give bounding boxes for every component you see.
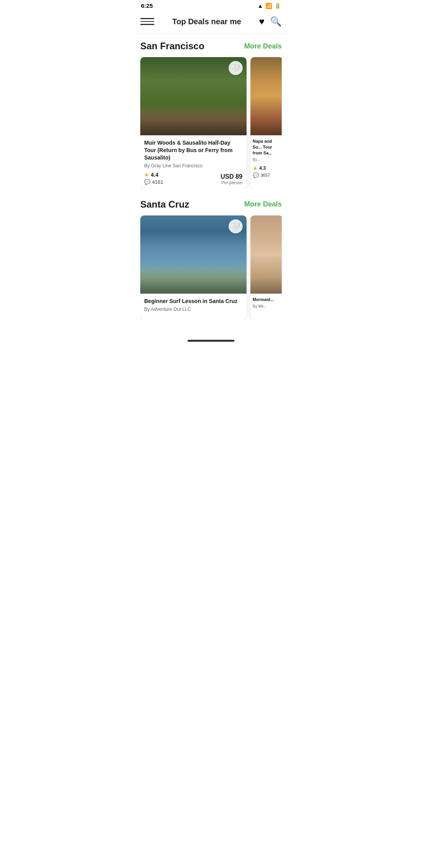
san-francisco-section: San Francisco More Deals 🤍 Muir Woods & … <box>135 34 287 192</box>
mermaid-image <box>250 215 282 294</box>
santa-cruz-section: Santa Cruz More Deals 🤍 Beginner Surf Le… <box>135 192 287 322</box>
napa-review-count: 3657 <box>261 173 270 178</box>
status-bar: 6:25 ▲ 📶 🔋 <box>135 0 287 11</box>
battery-icon: 🔋 <box>274 3 281 9</box>
muir-woods-card[interactable]: 🤍 Muir Woods & Sausalito Half-Day Tour (… <box>140 57 247 189</box>
san-francisco-title: San Francisco <box>140 41 204 52</box>
napa-footer: ★ 4.3 💬 3657 <box>253 165 281 178</box>
mermaid-title: Mermaid... <box>253 297 281 303</box>
wifi-icon: 📶 <box>265 3 272 9</box>
napa-rating-value: 4.3 <box>259 165 266 171</box>
star-icon: ★ <box>144 172 149 178</box>
muir-woods-rating-value: 4.4 <box>151 172 158 178</box>
santa-cruz-cards: 🤍 Beginner Surf Lesson in Santa Cruz By … <box>140 215 282 319</box>
surf-lesson-body: Beginner Surf Lesson in Santa Cruz By Ad… <box>140 294 247 319</box>
favorite-button[interactable]: ♥ <box>259 16 265 27</box>
muir-woods-body: Muir Woods & Sausalito Half-Day Tour (Re… <box>140 135 247 189</box>
mermaid-card[interactable]: Mermaid... By Me... <box>250 215 282 319</box>
toolbar-actions: ♥ 🔍 <box>259 16 282 27</box>
surf-lesson-title: Beginner Surf Lesson in Santa Cruz <box>144 298 243 305</box>
status-time: 6:25 <box>141 2 153 9</box>
muir-woods-price-value: USD 89 <box>220 173 242 180</box>
san-francisco-more-deals[interactable]: More Deals <box>244 42 282 50</box>
muir-woods-price-sub: Per person <box>220 180 242 185</box>
napa-star-icon: ★ <box>253 165 258 171</box>
surf-lesson-card[interactable]: 🤍 Beginner Surf Lesson in Santa Cruz By … <box>140 215 247 319</box>
chat-icon: 💬 <box>144 179 150 185</box>
san-francisco-cards: 🤍 Muir Woods & Sausalito Half-Day Tour (… <box>140 57 282 189</box>
mermaid-provider: By Me... <box>253 304 281 308</box>
mermaid-body: Mermaid... By Me... <box>250 294 282 315</box>
nav-bottom <box>135 338 287 346</box>
page-title: Top Deals near me <box>172 17 241 26</box>
santa-cruz-header: Santa Cruz More Deals <box>140 199 282 210</box>
napa-body: Napa and So... Tour from Sa... By... ★ 4… <box>250 135 282 181</box>
santa-cruz-title: Santa Cruz <box>140 199 189 210</box>
search-button[interactable]: 🔍 <box>270 16 282 27</box>
napa-provider: By... <box>253 158 281 162</box>
muir-woods-rating: ★ 4.4 💬 4161 <box>144 172 163 185</box>
napa-chat-icon: 💬 <box>253 172 259 178</box>
toolbar: Top Deals near me ♥ 🔍 <box>135 11 287 34</box>
muir-woods-favorite-button[interactable]: 🤍 <box>229 61 243 75</box>
surf-lesson-favorite-button[interactable]: 🤍 <box>229 219 243 233</box>
muir-woods-price: USD 89 Per person <box>220 173 242 185</box>
napa-title: Napa and So... Tour from Sa... <box>253 138 281 156</box>
muir-woods-provider: By Gray Line San Francisco <box>144 163 243 169</box>
napa-card[interactable]: Napa and So... Tour from Sa... By... ★ 4… <box>250 57 282 189</box>
signal-icon: ▲ <box>257 3 263 9</box>
napa-rating: ★ 4.3 💬 3657 <box>253 165 270 178</box>
nav-pill <box>188 340 234 342</box>
status-icons: ▲ 📶 🔋 <box>257 3 281 9</box>
santa-cruz-more-deals[interactable]: More Deals <box>244 200 282 208</box>
san-francisco-header: San Francisco More Deals <box>140 41 282 52</box>
menu-button[interactable] <box>140 14 154 29</box>
muir-woods-footer: ★ 4.4 💬 4161 USD 89 Per person <box>144 172 243 185</box>
surf-lesson-provider: By Adventure Out LLC <box>144 307 243 312</box>
muir-woods-title: Muir Woods & Sausalito Half-Day Tour (Re… <box>144 139 243 161</box>
muir-woods-review-count: 4161 <box>152 179 163 185</box>
napa-image <box>250 57 282 135</box>
